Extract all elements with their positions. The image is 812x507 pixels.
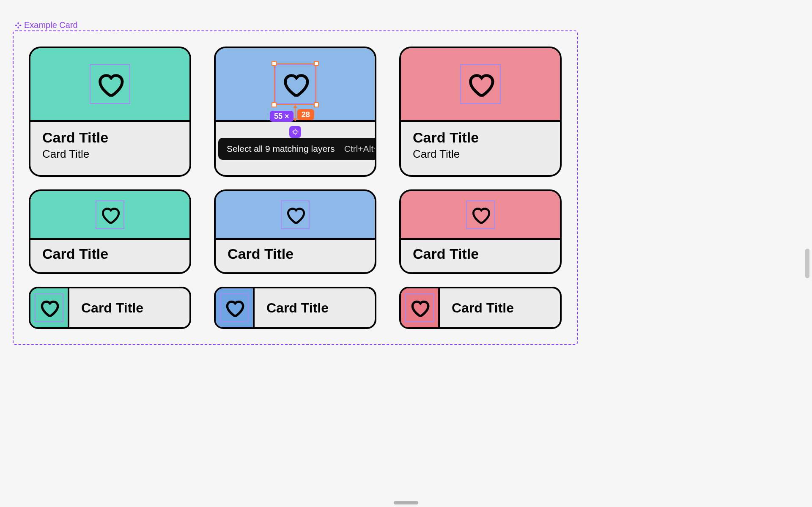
tooltip: Select all 9 matching layers Ctrl+Alt+A [218, 138, 376, 160]
card-title: Card Title [42, 129, 178, 146]
target-icon [291, 128, 299, 136]
tooltip-text: Select all 9 matching layers [227, 144, 335, 154]
card-title: Card Title [413, 129, 548, 146]
icon-slot[interactable] [281, 200, 310, 229]
frame-name: Example Card [24, 20, 78, 30]
resize-handle-nw[interactable] [272, 61, 277, 66]
heart-icon [224, 297, 245, 318]
card-body: Card Title [401, 240, 560, 268]
card-banner: 55 × 28 [216, 48, 375, 122]
card-large-blue[interactable]: 55 × 28 Card Title Card Title Select all… [214, 47, 376, 177]
card-medium-pink[interactable]: Card Title [399, 189, 562, 274]
card-banner [30, 288, 69, 327]
heart-icon [95, 69, 125, 99]
card-title: Card Title [413, 246, 548, 262]
heart-icon [38, 297, 60, 318]
card-large-teal[interactable]: Card Title Card Title [29, 47, 191, 177]
icon-slot[interactable] [90, 64, 130, 104]
card-subtitle: Card Title [42, 148, 178, 161]
measure-arrow-up [293, 105, 297, 108]
icon-slot[interactable] [466, 200, 495, 229]
card-banner [401, 48, 560, 122]
resize-handle-sw[interactable] [272, 102, 277, 107]
vertical-scrollbar[interactable] [805, 249, 809, 278]
card-large-pink[interactable]: Card Title Card Title [399, 47, 562, 177]
card-banner [401, 288, 440, 327]
card-body: Card Title [255, 288, 340, 327]
card-small-teal[interactable]: Card Title [29, 287, 191, 329]
card-body: Card Title [216, 240, 375, 268]
card-body: Card Title [69, 288, 155, 327]
card-banner [401, 191, 560, 240]
select-matching-button[interactable] [289, 126, 301, 138]
tooltip-shortcut: Ctrl+Alt+A [344, 144, 376, 154]
card-body: Card Title [30, 240, 189, 268]
card-body: Card Title Card Title [401, 122, 560, 168]
icon-slot[interactable] [96, 200, 124, 229]
icon-slot[interactable] [405, 293, 434, 322]
heart-icon [465, 69, 496, 99]
card-title: Card Title [266, 300, 329, 316]
card-banner [216, 191, 375, 240]
resize-handle-ne[interactable] [314, 61, 319, 66]
card-title: Card Title [42, 246, 178, 262]
heart-icon [285, 204, 306, 225]
card-title: Card Title [81, 300, 143, 316]
resize-handle-se[interactable] [314, 102, 319, 107]
component-frame[interactable]: Card Title Card Title [13, 30, 578, 345]
size-badge: 28 [297, 109, 314, 120]
card-body: Card Title Card Title [30, 122, 189, 168]
icon-slot[interactable] [460, 64, 501, 104]
icon-slot[interactable] [220, 293, 249, 322]
card-banner [30, 191, 189, 240]
card-medium-teal[interactable]: Card Title [29, 189, 191, 274]
svg-point-0 [294, 130, 297, 134]
icon-slot[interactable] [35, 293, 63, 322]
card-banner [216, 288, 255, 327]
card-small-pink[interactable]: Card Title [399, 287, 562, 329]
icon-slot[interactable] [275, 64, 315, 104]
heart-icon [409, 297, 430, 318]
card-grid: Card Title Card Title [29, 47, 562, 329]
card-subtitle: Card Title [413, 148, 548, 161]
card-medium-blue[interactable]: Card Title [214, 189, 376, 274]
component-icon [15, 22, 22, 29]
heart-icon [470, 204, 491, 225]
card-banner [30, 48, 189, 122]
heart-icon [280, 69, 310, 99]
measure-line [295, 106, 296, 120]
heart-icon [99, 204, 121, 225]
component-frame-label[interactable]: Example Card [15, 20, 78, 30]
distance-badge: 55 × [270, 111, 294, 122]
card-title: Card Title [228, 246, 363, 262]
measure-arrow-down [293, 118, 297, 121]
panel-drag-handle[interactable] [394, 501, 418, 504]
card-body: Card Title [440, 288, 526, 327]
card-small-blue[interactable]: Card Title [214, 287, 376, 329]
card-title: Card Title [452, 300, 514, 316]
